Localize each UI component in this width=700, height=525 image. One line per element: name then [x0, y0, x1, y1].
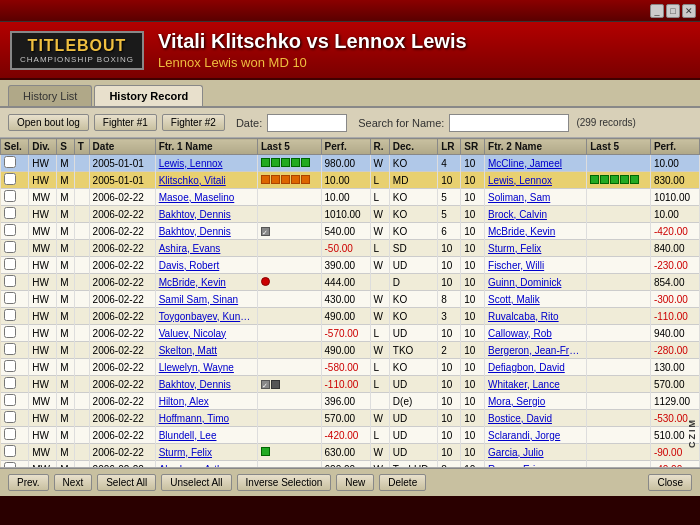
search-input[interactable]: [449, 114, 569, 132]
cell-dec: KO: [389, 308, 437, 325]
cell-ftr2[interactable]: Mora, Sergio: [485, 393, 587, 410]
cell-perf2: -40.00: [650, 461, 699, 469]
cell-ftr1[interactable]: Davis, Robert: [155, 257, 257, 274]
inverse-button[interactable]: Inverse Selection: [237, 474, 332, 491]
cell-ftr1[interactable]: Masoe, Maselino: [155, 189, 257, 206]
date-input[interactable]: [267, 114, 347, 132]
cell-sel[interactable]: [1, 427, 29, 444]
prev-button[interactable]: Prev.: [8, 474, 49, 491]
col-perf2: Perf.: [650, 139, 699, 155]
cell-perf1: 490.00: [321, 308, 370, 325]
cell-ftr2[interactable]: Ruvalcaba, Rito: [485, 308, 587, 325]
open-bout-log-button[interactable]: Open bout log: [8, 114, 89, 131]
next-button[interactable]: Next: [54, 474, 93, 491]
cell-last5-2: [587, 376, 651, 393]
cell-ftr1[interactable]: Lewis, Lennox: [155, 155, 257, 172]
cell-ftr1[interactable]: Sturm, Felix: [155, 444, 257, 461]
cell-ftr2[interactable]: Defiagbon, David: [485, 359, 587, 376]
select-all-button[interactable]: Select All: [97, 474, 156, 491]
cell-sel[interactable]: [1, 325, 29, 342]
cell-ftr1[interactable]: Blundell, Lee: [155, 427, 257, 444]
cell-ftr2[interactable]: Calloway, Rob: [485, 325, 587, 342]
delete-button[interactable]: Delete: [379, 474, 426, 491]
cell-ftr1[interactable]: Valuev, Nicolay: [155, 325, 257, 342]
cell-sel[interactable]: [1, 359, 29, 376]
cell-lr: 10: [438, 274, 461, 291]
cell-sel[interactable]: [1, 240, 29, 257]
cell-ftr1[interactable]: Ashira, Evans: [155, 240, 257, 257]
new-button[interactable]: New: [336, 474, 374, 491]
cell-ftr2[interactable]: Sturm, Felix: [485, 240, 587, 257]
cell-sel[interactable]: [1, 274, 29, 291]
cell-sr: 10: [461, 444, 485, 461]
cell-lr: 10: [438, 240, 461, 257]
cell-last5-2: [587, 393, 651, 410]
cell-ftr1[interactable]: Hoffmann, Timo: [155, 410, 257, 427]
cell-date: 2006-02-22: [89, 410, 155, 427]
cell-sr: 10: [461, 206, 485, 223]
table-row: MW M 2006-02-22 Abraham, Arthur 620.00 W…: [1, 461, 700, 469]
cell-ftr1[interactable]: Toygonbayev, Kunanych: [155, 308, 257, 325]
cell-ftr2[interactable]: Brock, Calvin: [485, 206, 587, 223]
cell-sel[interactable]: [1, 342, 29, 359]
cell-ftr2[interactable]: Lewis, Lennox: [485, 172, 587, 189]
cell-ftr2[interactable]: McCline, Jameel: [485, 155, 587, 172]
cell-ftr2[interactable]: Guinn, Dominick: [485, 274, 587, 291]
cell-ftr1[interactable]: Bakhtov, Dennis: [155, 206, 257, 223]
cell-sel[interactable]: [1, 444, 29, 461]
cell-sel[interactable]: [1, 155, 29, 172]
cell-last5-2: [587, 189, 651, 206]
tab-history-record[interactable]: History Record: [94, 85, 203, 106]
cell-sel[interactable]: [1, 291, 29, 308]
cell-ftr1[interactable]: Abraham, Arthur: [155, 461, 257, 469]
cell-sr: 10: [461, 155, 485, 172]
cell-sel[interactable]: [1, 223, 29, 240]
cell-date: 2006-02-22: [89, 240, 155, 257]
cell-perf1: 444.00: [321, 274, 370, 291]
cell-ftr2[interactable]: Bergeron, Jean-Francois: [485, 342, 587, 359]
cell-ftr2[interactable]: Regan, Eric: [485, 461, 587, 469]
cell-ftr1[interactable]: Klitschko, Vitali: [155, 172, 257, 189]
cell-sel[interactable]: [1, 308, 29, 325]
cell-sel[interactable]: [1, 393, 29, 410]
cell-div: HW: [29, 325, 57, 342]
cell-ftr1[interactable]: Samil Sam, Sinan: [155, 291, 257, 308]
cell-ftr2[interactable]: Bostice, David: [485, 410, 587, 427]
cell-sel[interactable]: [1, 410, 29, 427]
cell-sel[interactable]: [1, 257, 29, 274]
unselect-all-button[interactable]: Unselect All: [161, 474, 231, 491]
close-button[interactable]: Close: [648, 474, 692, 491]
cell-ftr2[interactable]: Fischer, Willi: [485, 257, 587, 274]
cell-perf1: -50.00: [321, 240, 370, 257]
cell-dec: KO: [389, 206, 437, 223]
fighter1-button[interactable]: Fighter #1: [94, 114, 157, 131]
cell-div: HW: [29, 359, 57, 376]
cell-date: 2006-02-22: [89, 461, 155, 469]
cell-sel[interactable]: [1, 461, 29, 469]
cell-ftr1[interactable]: Bakhtov, Dennis: [155, 223, 257, 240]
cell-ftr2[interactable]: Soliman, Sam: [485, 189, 587, 206]
cell-sel[interactable]: [1, 172, 29, 189]
table-row: HW M 2006-02-22 Bakhtov, Dennis ✓ -110.0…: [1, 376, 700, 393]
cell-ftr2[interactable]: McBride, Kevin: [485, 223, 587, 240]
maximize-button[interactable]: □: [666, 4, 680, 18]
minimize-button[interactable]: _: [650, 4, 664, 18]
fighter2-button[interactable]: Fighter #2: [162, 114, 225, 131]
tab-history-list[interactable]: History List: [8, 85, 92, 106]
cell-ftr2[interactable]: Scott, Malik: [485, 291, 587, 308]
cell-ftr1[interactable]: Bakhtov, Dennis: [155, 376, 257, 393]
cell-date: 2006-02-22: [89, 427, 155, 444]
cell-ftr2[interactable]: Garcia, Julio: [485, 444, 587, 461]
table-row: HW M 2006-02-22 Bakhtov, Dennis 1010.00 …: [1, 206, 700, 223]
cell-ftr1[interactable]: McBride, Kevin: [155, 274, 257, 291]
cell-ftr1[interactable]: Llewelyn, Wayne: [155, 359, 257, 376]
close-button[interactable]: ✕: [682, 4, 696, 18]
cell-dec: MD: [389, 172, 437, 189]
cell-ftr2[interactable]: Whitaker, Lance: [485, 376, 587, 393]
cell-ftr1[interactable]: Skelton, Matt: [155, 342, 257, 359]
cell-ftr1[interactable]: Hilton, Alex: [155, 393, 257, 410]
cell-ftr2[interactable]: Sclarandi, Jorge: [485, 427, 587, 444]
cell-sel[interactable]: [1, 376, 29, 393]
cell-sel[interactable]: [1, 189, 29, 206]
cell-sel[interactable]: [1, 206, 29, 223]
